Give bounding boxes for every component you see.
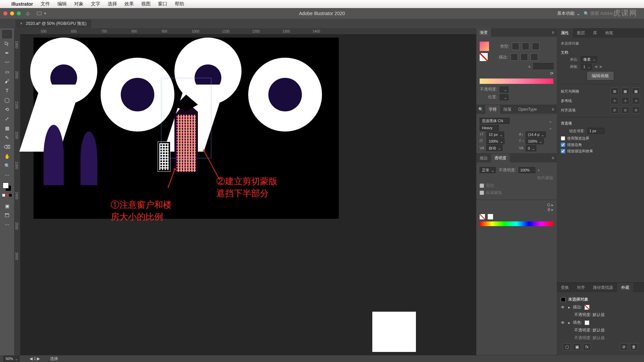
hscale-field[interactable]: 100%: [526, 138, 544, 144]
fill-row[interactable]: 填色:: [573, 320, 582, 325]
selection-tool[interactable]: [2, 30, 12, 38]
tracking-field[interactable]: 0: [526, 145, 536, 151]
tab-pathfinder[interactable]: 路径查找器: [589, 283, 617, 292]
tab-brushes[interactable]: 画笔: [601, 28, 617, 38]
stroke-grad-2-icon[interactable]: [521, 53, 528, 61]
search-font-icon[interactable]: 🔍: [476, 107, 485, 112]
transparency-grid-icon[interactable]: ▩: [632, 88, 640, 95]
eraser-tool[interactable]: ⌫: [2, 143, 12, 151]
type-tool[interactable]: T: [2, 87, 12, 95]
grad-opacity-field[interactable]: [500, 87, 508, 93]
next-artboard-icon[interactable]: ▶: [600, 64, 602, 69]
menu-effect[interactable]: 效果: [124, 1, 134, 7]
appearance-fx-icon[interactable]: fx: [583, 343, 591, 351]
edit-artboard-button[interactable]: 编辑画板: [587, 71, 614, 81]
rotate-tool[interactable]: ⟲: [2, 105, 12, 113]
appearance-trash-icon[interactable]: 🗑: [630, 343, 638, 351]
workspace-switcher[interactable]: 基本功能⌄: [557, 10, 580, 16]
hue-spectrum[interactable]: [480, 221, 553, 226]
floating-thumbnail[interactable]: [372, 312, 416, 352]
menu-view[interactable]: 视图: [141, 1, 151, 7]
grid-icon[interactable]: ▦: [621, 88, 629, 95]
eye-icon[interactable]: 👁: [561, 305, 566, 310]
search-input[interactable]: 🔍 搜索 Adobe...: [584, 10, 641, 16]
leading-field[interactable]: (14.4 p: [526, 132, 546, 138]
tab-layers[interactable]: 图层: [573, 28, 589, 38]
tab-gradient[interactable]: 渐变: [476, 28, 491, 37]
appearance-dup-icon[interactable]: ▣: [573, 343, 581, 351]
direct-selection-tool[interactable]: [2, 40, 12, 48]
ruler-vertical[interactable]: 1900 2000 2100 2200 2300 2400 2500 2600: [14, 34, 20, 355]
mac-menubar[interactable]: Illustrator 文件 编辑 对象 文字 选择 效果 视图 窗口 帮助: [0, 0, 644, 8]
stroke-opacity[interactable]: 不透明度: 默认值: [574, 312, 605, 318]
artboard[interactable]: ①注意窗户和楼房大小的比例 ②建立剪切蒙版遮挡下半部分: [34, 38, 339, 219]
snap-grid-icon[interactable]: ⎚: [632, 106, 640, 114]
none-swatch[interactable]: [480, 214, 485, 219]
prev-artboard-icon[interactable]: ◀: [594, 64, 597, 69]
preview-bounds-checkbox[interactable]: [561, 136, 565, 141]
more-tools[interactable]: ⋯: [2, 171, 12, 179]
gradient-preview[interactable]: [480, 42, 489, 51]
lock-guides-icon[interactable]: ⊹: [621, 97, 629, 104]
radial-gradient-icon[interactable]: [522, 43, 529, 50]
toolbar-menu[interactable]: ⋯: [2, 221, 12, 229]
paintbrush-tool[interactable]: 🖌: [2, 77, 12, 85]
panel-menu-icon[interactable]: ≡: [549, 107, 557, 112]
maximize-icon[interactable]: [17, 11, 21, 15]
close-icon[interactable]: [3, 11, 7, 15]
menu-help[interactable]: 帮助: [175, 1, 184, 7]
artboard-select[interactable]: 1: [581, 64, 592, 70]
app-name[interactable]: Illustrator: [11, 1, 33, 7]
obj-opacity[interactable]: 不透明度: 默认值: [574, 335, 605, 341]
home-icon[interactable]: ⌂: [26, 10, 30, 16]
font-size-field[interactable]: 12 px: [486, 132, 504, 138]
appearance-clear-icon[interactable]: ⊘: [620, 343, 628, 351]
fill-swatch[interactable]: [585, 320, 589, 325]
menu-select[interactable]: 选择: [108, 1, 117, 7]
tab-character[interactable]: 字符: [485, 105, 500, 114]
grad-position-field[interactable]: [500, 94, 508, 100]
tab-libraries[interactable]: 库: [589, 28, 601, 38]
stroke-grad-3-icon[interactable]: [531, 53, 538, 61]
fill-swatch[interactable]: [3, 183, 9, 189]
ruler-horizontal[interactable]: 500 600 700 800 900 1000 1100 1200 1300 …: [14, 28, 476, 34]
color-mode-icons[interactable]: [2, 194, 12, 197]
tab-paragraph[interactable]: 段落: [500, 105, 515, 114]
gradient-slider[interactable]: [480, 79, 553, 84]
rectangle-tool[interactable]: ▭: [2, 68, 12, 76]
stroke-none-swatch[interactable]: [480, 53, 488, 61]
menu-window[interactable]: 窗口: [158, 1, 167, 7]
freeform-gradient-icon[interactable]: [532, 43, 539, 50]
document-tab[interactable]: × 2020.ai* @ 50% (RGB/GPU 预览): [15, 19, 91, 28]
pen-tool[interactable]: ✒: [2, 49, 12, 57]
opacity-field[interactable]: [519, 167, 535, 173]
scale-strokes-checkbox[interactable]: [561, 149, 565, 153]
tab-properties[interactable]: 属性: [557, 28, 573, 38]
kerning-field[interactable]: 自动: [486, 145, 502, 151]
white-swatch[interactable]: [488, 214, 493, 219]
minimize-icon[interactable]: [10, 11, 14, 15]
smart-guides-icon[interactable]: ⊹: [632, 97, 640, 104]
stroke-swatch[interactable]: [585, 305, 589, 310]
tab-stroke[interactable]: 描边: [476, 154, 491, 162]
zoom-select[interactable]: 50%: [3, 356, 19, 362]
stroke-grad-1-icon[interactable]: [511, 53, 518, 61]
close-tab-icon[interactable]: ×: [20, 21, 22, 26]
make-mask-button[interactable]: 制作蒙版: [537, 175, 553, 181]
snap-point-icon[interactable]: ⎚: [621, 106, 629, 114]
artboard-nav[interactable]: 1: [34, 356, 36, 361]
screen-mode[interactable]: ▣: [2, 202, 12, 210]
arrange-docs-icon[interactable]: [37, 12, 42, 15]
menu-object[interactable]: 对象: [74, 1, 84, 7]
scale-corners-checkbox[interactable]: [561, 143, 565, 147]
tab-appearance[interactable]: 外观: [617, 283, 633, 292]
artboard-viewport[interactable]: ①注意窗户和楼房大小的比例 ②建立剪切蒙版遮挡下半部分: [20, 34, 476, 355]
hand-tool[interactable]: ✋: [2, 152, 12, 160]
tab-transparency[interactable]: 透明度: [491, 154, 510, 162]
menu-file[interactable]: 文件: [41, 1, 50, 7]
edit-toolbar[interactable]: 🗔: [2, 211, 12, 219]
unit-select[interactable]: 像素: [581, 56, 597, 62]
kb-increment-field[interactable]: [588, 128, 604, 134]
font-weight-select[interactable]: Heavy: [480, 125, 499, 131]
eyedropper-tool[interactable]: ✎: [2, 134, 12, 142]
